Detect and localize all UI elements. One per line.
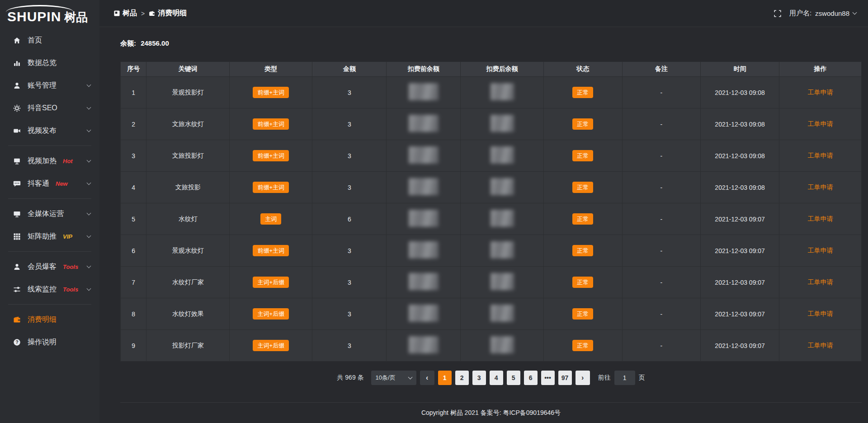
sidebar-item-matrix-boost[interactable]: 矩阵助推 VIP: [0, 225, 99, 248]
page-button[interactable]: 1: [438, 371, 452, 385]
balance-value: 24856.00: [141, 39, 169, 47]
cell-time: 2021-12-03 09:07: [701, 235, 779, 267]
sidebar-item-douyin-seo[interactable]: 抖音SEO: [0, 97, 99, 119]
sidebar-item-help[interactable]: ? 操作说明: [0, 331, 99, 353]
type-badge: 主词+后缀: [253, 340, 289, 351]
work-order-link[interactable]: 工单申请: [807, 152, 833, 159]
cell-action: 工单申请: [779, 235, 861, 267]
cell-type: 前缀+主词: [229, 77, 312, 108]
sidebar-item-account-manage[interactable]: 账号管理: [0, 74, 99, 97]
cell-amount: 3: [312, 330, 387, 362]
col-keyword: 关键词: [146, 62, 230, 77]
page-button[interactable]: 5: [507, 371, 520, 385]
page-size-select[interactable]: 10条/页: [371, 371, 416, 385]
billboard-icon: [12, 157, 22, 165]
sidebar-divider: [8, 198, 91, 199]
cell-keyword: 水纹灯效果: [146, 298, 230, 330]
col-index: 序号: [121, 62, 146, 77]
prev-page-button[interactable]: ‹: [420, 371, 434, 385]
work-order-link[interactable]: 工单申请: [807, 89, 833, 96]
cell-amount: 3: [312, 108, 387, 140]
cell-balance-before: [387, 267, 461, 298]
page-button[interactable]: 3: [472, 371, 486, 385]
sidebar-item-douketong[interactable]: 抖客通 New: [0, 172, 99, 195]
status-badge: 正常: [572, 277, 593, 288]
cell-type: 前缀+主词: [229, 172, 312, 203]
sidebar-item-label: 消费明细: [28, 315, 57, 324]
sidebar-item-consume-detail[interactable]: 消费明细: [0, 308, 99, 331]
page-button[interactable]: 97: [558, 371, 572, 385]
goto-label: 前往: [598, 374, 611, 382]
grid-icon: [12, 233, 22, 240]
cell-note: -: [622, 108, 701, 140]
cell-amount: 3: [312, 235, 387, 267]
sidebar-item-media-operation[interactable]: 全媒体运营: [0, 202, 99, 225]
cell-type: 主词+后缀: [229, 267, 312, 298]
member-icon: [12, 263, 22, 271]
sidebar-item-label: 全媒体运营: [28, 209, 64, 219]
app-root: SHUPIN树品 首页 数据总览 账号管理 抖音SEO: [0, 0, 868, 423]
work-order-link[interactable]: 工单申请: [807, 183, 833, 191]
status-badge: 正常: [572, 150, 593, 161]
sidebar-item-lead-monitor[interactable]: 线索监控 Tools: [0, 278, 99, 301]
fullscreen-icon[interactable]: [774, 10, 781, 17]
col-note: 备注: [622, 62, 701, 77]
sidebar-item-video-publish[interactable]: 视频发布: [0, 119, 99, 142]
type-badge: 主词+后缀: [253, 308, 289, 320]
goto-page-input[interactable]: [614, 371, 635, 385]
user-menu[interactable]: 用户名: zswodun88: [789, 9, 856, 18]
cell-status: 正常: [543, 298, 622, 330]
chevron-down-icon: [853, 10, 857, 15]
work-order-link[interactable]: 工单申请: [807, 120, 833, 127]
page-button[interactable]: •••: [541, 371, 555, 385]
work-order-link[interactable]: 工单申请: [807, 247, 833, 254]
sidebar-item-video-heating[interactable]: 视频加热 Hot: [0, 150, 99, 172]
work-order-link[interactable]: 工单申请: [807, 215, 833, 222]
cell-note: -: [622, 203, 701, 235]
cell-type: 前缀+主词: [229, 108, 312, 140]
cell-time: 2021-12-03 09:07: [701, 330, 779, 362]
cell-balance-before: [387, 235, 461, 267]
gear-icon: [12, 104, 22, 112]
cell-note: -: [622, 172, 701, 203]
table-row: 5 水纹灯 主词 6 正常 - 2021-12-03 09:07 工单申请: [121, 203, 862, 235]
cell-balance-after: [461, 203, 544, 235]
type-badge: 主词+后缀: [253, 277, 289, 288]
sidebar-item-label: 线索监控: [28, 285, 57, 294]
balance-line: 余额: 24856.00: [120, 39, 862, 48]
work-order-link[interactable]: 工单申请: [807, 342, 833, 349]
chevron-down-icon: [87, 264, 91, 268]
sidebar-item-data-overview[interactable]: 数据总览: [0, 52, 99, 74]
cell-type: 主词+后缀: [229, 330, 312, 362]
breadcrumb-root[interactable]: 树品: [114, 9, 137, 18]
sidebar-item-label: 数据总览: [28, 58, 57, 68]
cell-action: 工单申请: [779, 203, 861, 235]
consumption-table: 序号 关键词 类型 金额 扣费前余额 扣费后余额 状态 备注 时间 操作: [120, 61, 862, 362]
video-camera-icon: [12, 127, 22, 135]
page-button[interactable]: 6: [524, 371, 538, 385]
next-page-button[interactable]: ›: [576, 371, 590, 385]
status-badge: 正常: [572, 118, 593, 130]
cell-index: 8: [121, 298, 146, 330]
copyright-text: Copyright 树品 2021 备案号: 粤ICP备09019646号: [421, 409, 561, 417]
cell-keyword: 景观投影灯: [146, 77, 230, 108]
masked-balance-before: [409, 146, 439, 164]
cell-amount: 3: [312, 298, 387, 330]
cell-note: -: [622, 140, 701, 172]
sidebar-item-home[interactable]: 首页: [0, 29, 99, 52]
sidebar-item-member-burst[interactable]: 会员爆客 Tools: [0, 255, 99, 278]
work-order-link[interactable]: 工单申请: [807, 278, 833, 286]
page-button[interactable]: 2: [455, 371, 469, 385]
page-button[interactable]: 4: [490, 371, 503, 385]
work-order-link[interactable]: 工单申请: [807, 310, 833, 317]
sidebar-item-label: 账号管理: [28, 81, 57, 90]
bar-chart-icon: [12, 59, 22, 67]
cell-keyword: 投影灯厂家: [146, 330, 230, 362]
table-row: 4 文旅投影 前缀+主词 3 正常 - 2021-12-03 09:08 工单申…: [121, 172, 862, 203]
topbar: 树品 > 消费明细 用户名: zswodun88: [99, 0, 868, 27]
status-badge: 正常: [572, 182, 593, 193]
cell-time: 2021-12-03 09:08: [701, 108, 779, 140]
sidebar: SHUPIN树品 首页 数据总览 账号管理 抖音SEO: [0, 0, 99, 423]
masked-balance-after: [491, 115, 514, 132]
cell-index: 1: [121, 77, 146, 108]
